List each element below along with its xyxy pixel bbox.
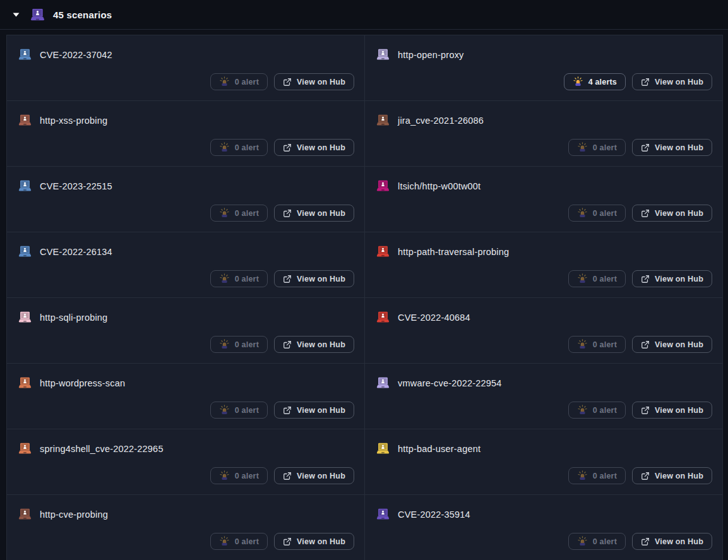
alert-count-button[interactable]: 0 alert xyxy=(568,139,626,156)
siren-icon xyxy=(219,339,230,350)
alert-count-button[interactable]: 0 alert xyxy=(568,205,626,222)
scenario-card-head: CVE-2023-22515 xyxy=(18,180,112,192)
scenario-card-actions: 0 alert View on Hub xyxy=(210,73,354,90)
view-on-hub-button[interactable]: View on Hub xyxy=(632,270,712,287)
alert-count-button[interactable]: 0 alert xyxy=(210,270,268,287)
alert-count-button[interactable]: 4 alerts xyxy=(564,73,626,90)
view-on-hub-button[interactable]: View on Hub xyxy=(274,73,354,90)
collapse-caret-button[interactable] xyxy=(10,13,24,17)
alert-count-button[interactable]: 0 alert xyxy=(210,336,268,353)
scenario-card-actions: 0 alert View on Hub xyxy=(210,402,354,419)
laptop-hacker-icon xyxy=(376,114,390,126)
scenario-card: CVE-2022-37042 xyxy=(7,35,364,101)
caret-down-icon xyxy=(13,13,20,17)
alert-count-button[interactable]: 0 alert xyxy=(210,73,268,90)
view-on-hub-button[interactable]: View on Hub xyxy=(274,139,354,156)
scenario-name: http-cve-probing xyxy=(40,509,108,520)
siren-icon xyxy=(577,273,588,284)
scenario-card-head: ltsich/http-w00tw00t xyxy=(376,180,480,192)
alert-count-label: 0 alert xyxy=(235,537,259,546)
external-link-icon xyxy=(641,406,650,415)
laptop-hacker-icon xyxy=(376,443,390,455)
siren-icon xyxy=(219,208,230,218)
alert-count-label: 0 alert xyxy=(593,143,617,152)
scenario-card-actions: 0 alert View on Hub xyxy=(210,270,354,287)
alert-count-button[interactable]: 0 alert xyxy=(210,402,268,419)
scenario-card-actions: 0 alert View on Hub xyxy=(568,270,712,287)
alert-count-button[interactable]: 0 alert xyxy=(210,467,268,484)
siren-icon xyxy=(219,76,230,87)
scenario-card: CVE-2022-35914 xyxy=(364,495,722,560)
siren-icon xyxy=(219,536,230,547)
external-link-icon xyxy=(283,406,292,415)
external-link-icon xyxy=(641,340,650,349)
alert-count-button[interactable]: 0 alert xyxy=(568,270,626,287)
scenarios-laptop-icon xyxy=(30,8,45,21)
alert-count-button[interactable]: 0 alert xyxy=(568,467,626,484)
scenario-name: jira_cve-2021-26086 xyxy=(398,116,484,126)
laptop-hacker-icon xyxy=(18,508,32,520)
scenario-card-actions: 0 alert View on Hub xyxy=(568,533,712,550)
siren-icon xyxy=(219,405,230,415)
view-on-hub-label: View on Hub xyxy=(297,537,345,546)
view-on-hub-button[interactable]: View on Hub xyxy=(632,205,712,222)
view-on-hub-button[interactable]: View on Hub xyxy=(274,467,354,484)
alert-count-button[interactable]: 0 alert xyxy=(568,336,626,353)
scenario-card-actions: 0 alert View on Hub xyxy=(568,467,712,484)
scenario-card: CVE-2022-40684 xyxy=(364,298,722,364)
scenario-card-head: jira_cve-2021-26086 xyxy=(376,114,484,126)
scenario-card-actions: 0 alert View on Hub xyxy=(568,205,712,222)
scenario-name: http-xss-probing xyxy=(40,116,107,126)
view-on-hub-button[interactable]: View on Hub xyxy=(632,73,712,90)
laptop-hacker-icon xyxy=(376,49,390,61)
scenario-name: CVE-2022-40684 xyxy=(398,313,470,323)
scenario-card-actions: 0 alert View on Hub xyxy=(210,467,354,484)
alert-count-button[interactable]: 0 alert xyxy=(568,402,626,419)
laptop-hacker-icon xyxy=(376,508,390,520)
view-on-hub-label: View on Hub xyxy=(297,340,345,349)
scenario-card-head: spring4shell_cve-2022-22965 xyxy=(18,443,164,455)
view-on-hub-label: View on Hub xyxy=(655,275,703,283)
view-on-hub-button[interactable]: View on Hub xyxy=(632,402,712,419)
scenario-card-actions: 0 alert View on Hub xyxy=(210,205,354,222)
view-on-hub-button[interactable]: View on Hub xyxy=(274,402,354,419)
laptop-hacker-icon xyxy=(376,246,390,258)
scenario-card-head: http-wordpress-scan xyxy=(18,377,125,389)
alert-count-label: 0 alert xyxy=(235,275,259,283)
view-on-hub-button[interactable]: View on Hub xyxy=(274,336,354,353)
laptop-hacker-icon xyxy=(376,377,390,389)
alert-count-label: 0 alert xyxy=(593,209,617,218)
view-on-hub-button[interactable]: View on Hub xyxy=(632,139,712,156)
view-on-hub-button[interactable]: View on Hub xyxy=(632,336,712,353)
scenario-name: http-wordpress-scan xyxy=(40,378,125,388)
scenario-card: ltsich/http-w00tw00t xyxy=(364,167,722,232)
alert-count-label: 0 alert xyxy=(593,275,617,283)
view-on-hub-button[interactable]: View on Hub xyxy=(632,467,712,484)
view-on-hub-button[interactable]: View on Hub xyxy=(274,533,354,550)
scenario-card-actions: 0 alert View on Hub xyxy=(568,336,712,353)
external-link-icon xyxy=(641,209,650,218)
alert-count-label: 0 alert xyxy=(235,340,259,349)
alert-count-button[interactable]: 0 alert xyxy=(210,139,268,156)
scenario-card-actions: 0 alert View on Hub xyxy=(210,139,354,156)
alert-count-label: 0 alert xyxy=(593,537,617,546)
laptop-hacker-icon xyxy=(18,311,32,323)
scenario-card: http-cve-probing xyxy=(7,495,364,560)
view-on-hub-button[interactable]: View on Hub xyxy=(632,533,712,550)
external-link-icon xyxy=(641,275,650,283)
view-on-hub-button[interactable]: View on Hub xyxy=(274,205,354,222)
alert-count-label: 0 alert xyxy=(235,406,259,415)
view-on-hub-label: View on Hub xyxy=(655,406,703,415)
alert-count-button[interactable]: 0 alert xyxy=(568,533,626,550)
laptop-hacker-icon xyxy=(376,311,390,323)
siren-icon xyxy=(577,208,588,218)
external-link-icon xyxy=(641,78,650,86)
laptop-hacker-icon xyxy=(18,180,32,192)
view-on-hub-button[interactable]: View on Hub xyxy=(274,270,354,287)
scenario-name: ltsich/http-w00tw00t xyxy=(398,181,480,191)
scenario-card-actions: 0 alert View on Hub xyxy=(568,402,712,419)
alert-count-button[interactable]: 0 alert xyxy=(210,205,268,222)
scenario-card-actions: 0 alert View on Hub xyxy=(210,336,354,353)
alert-count-button[interactable]: 0 alert xyxy=(210,533,268,550)
siren-icon xyxy=(577,142,588,153)
